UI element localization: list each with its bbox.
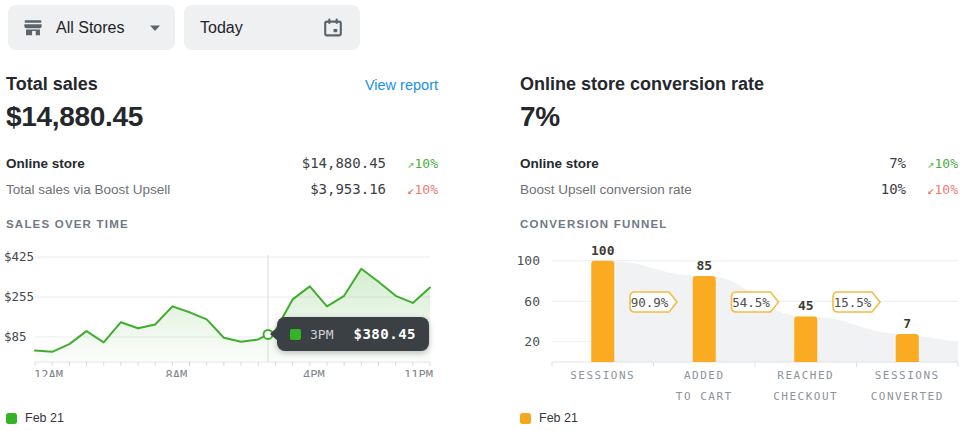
legend-swatch-orange [520,413,531,424]
tooltip-series-swatch [290,329,301,340]
metric-label: Online store [6,156,302,171]
tooltip-value: $380.45 [353,326,416,342]
total-sales-panel: Total sales View report $14,880.45 Onlin… [4,0,440,431]
view-report-link[interactable]: View report [365,77,438,93]
funnel-bar[interactable] [693,276,716,362]
y-tick-label: 20 [524,334,540,349]
legend-swatch-green [6,413,17,424]
metric-label: Online store [520,156,889,171]
conversion-rate-headline-value: 7% [520,101,560,133]
metric-value: $14,880.45 [302,155,386,171]
metric-delta-up: ↗10% [906,156,958,171]
legend-label: Feb 21 [539,411,578,425]
conversion-funnel-chart[interactable]: 10060201008545790.9%54.5%15.5%SESSIONSAD… [518,245,960,405]
sales-legend: Feb 21 [6,411,64,425]
category-label: SESSIONS [570,369,635,382]
x-tick-label: 4PM [303,368,325,377]
category-label: SESSIONS [875,369,940,382]
category-label: REACHED [777,369,834,382]
y-tick-label: $425 [4,249,34,264]
metric-delta-down: ↙10% [386,182,438,197]
x-tick-label: 12AM [34,368,63,377]
y-tick-label: 60 [524,294,540,309]
metric-row-online-store: Online store 7% ↗10% [520,150,958,176]
category-label: TO CART [676,390,733,403]
arrow-down-left-icon: ↙ [407,183,414,197]
total-sales-metrics: Online store $14,880.45 ↗10% Total sales… [6,150,438,202]
y-tick-label: 100 [518,253,540,268]
conversion-rate-panel: Online store conversion rate 7% Online s… [518,0,960,431]
conversion-badge-label: 54.5% [732,295,770,310]
sales-over-time-heading: SALES OVER TIME [6,218,129,230]
arrow-down-left-icon: ↙ [927,183,934,197]
bar-value-label: 7 [903,316,911,331]
metric-row-boost-upsell-rate: Boost Upsell conversion rate 10% ↙10% [520,176,958,202]
metric-label: Total sales via Boost Upsell [6,182,310,197]
analytics-dashboard: All Stores Today Total sales View report… [0,0,960,431]
conversion-rate-title: Online store conversion rate [520,74,764,95]
metric-value: 7% [889,155,906,171]
funnel-bar[interactable] [896,334,919,362]
bar-value-label: 45 [798,298,814,313]
metric-row-boost-upsell: Total sales via Boost Upsell $3,953.16 ↙… [6,176,438,202]
arrow-up-right-icon: ↗ [927,157,934,171]
category-label: ADDED [684,369,725,382]
y-tick-label: $255 [4,289,34,304]
sales-over-time-chart[interactable]: $85$255$42512AM8AM4PM11PM 3PM $380.45 [4,245,440,377]
category-label: CHECKOUT [773,390,838,403]
metric-row-online-store: Online store $14,880.45 ↗10% [6,150,438,176]
metric-value: 10% [881,181,906,197]
metric-delta-down: ↙10% [906,182,958,197]
metric-value: $3,953.16 [310,181,386,197]
legend-label: Feb 21 [25,411,64,425]
bar-value-label: 100 [591,245,615,258]
funnel-legend: Feb 21 [520,411,578,425]
total-sales-headline-value: $14,880.45 [6,101,143,133]
funnel-bar[interactable] [591,261,614,362]
bar-value-label: 85 [696,258,712,273]
chart-tooltip: 3PM $380.45 [277,317,429,351]
metric-delta-up: ↗10% [386,156,438,171]
conversion-metrics: Online store 7% ↗10% Boost Upsell conver… [520,150,958,202]
sales-line-chart-svg[interactable]: $85$255$42512AM8AM4PM11PM [4,245,440,377]
x-tick-label: 11PM [404,368,433,377]
funnel-bar[interactable] [794,316,817,362]
arrow-up-right-icon: ↗ [407,157,414,171]
funnel-bar-chart-svg[interactable]: 10060201008545790.9%54.5%15.5%SESSIONSAD… [518,245,960,405]
conversion-badge-label: 90.9% [631,295,669,310]
metric-label: Boost Upsell conversion rate [520,182,881,197]
tooltip-time: 3PM [310,327,333,342]
total-sales-title: Total sales [6,74,98,95]
y-tick-label: $85 [4,329,27,344]
x-tick-label: 8AM [166,368,188,377]
conversion-funnel-heading: CONVERSION FUNNEL [520,218,668,230]
tooltip-pointer [270,327,278,341]
category-label: CONVERTED [871,390,944,403]
conversion-badge-label: 15.5% [834,295,872,310]
